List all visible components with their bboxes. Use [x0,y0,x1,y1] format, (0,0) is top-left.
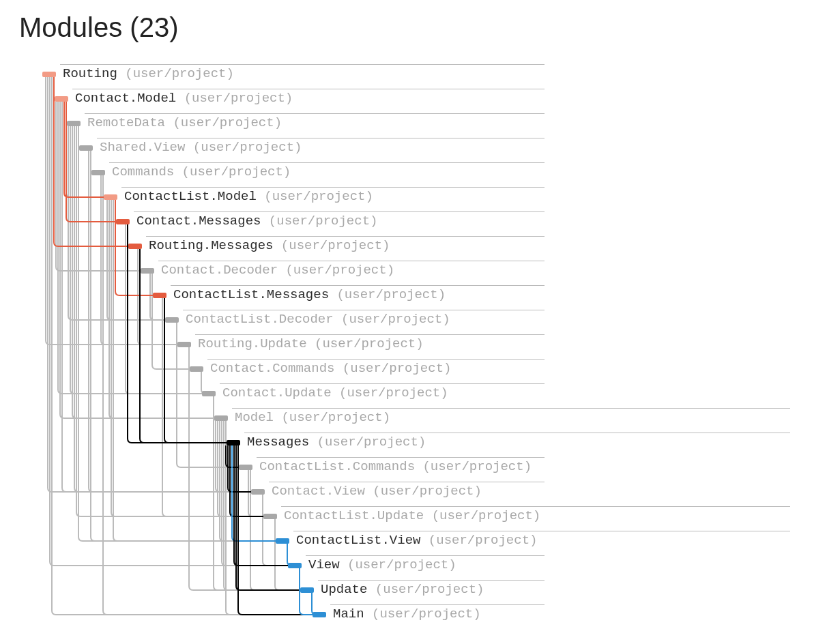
module-label[interactable]: Routing (user/project) [63,66,234,81]
module-label[interactable]: ContactList.View (user/project) [296,533,537,548]
module-row[interactable]: Contact.Commands (user/project) [19,357,808,381]
module-bar [42,72,56,77]
module-bar [104,194,117,200]
module-row[interactable]: Contact.Messages (user/project) [19,209,808,234]
module-package: (user/project) [365,484,482,499]
module-label[interactable]: Commands (user/project) [112,164,291,179]
module-row[interactable]: Contact.Update (user/project) [19,381,808,406]
module-bar [91,170,105,175]
module-label[interactable]: ContactList.Model (user/project) [124,189,373,204]
module-name: Routing.Update [198,336,307,351]
module-package: (user/project) [117,66,234,81]
module-row[interactable]: Routing.Messages (user/project) [19,234,808,259]
module-row[interactable]: ContactList.Decoder (user/project) [19,308,808,332]
module-name: ContactList.Messages [173,287,329,302]
module-label[interactable]: Model (user/project) [235,410,390,425]
module-row[interactable]: ContactList.Commands (user/project) [19,455,808,480]
module-package: (user/project) [420,533,537,548]
module-label[interactable]: Main (user/project) [333,606,481,621]
module-label[interactable]: Contact.Model (user/project) [75,91,293,106]
module-name: Routing.Messages [149,238,273,253]
row-guideline [232,408,790,409]
module-bar [202,391,216,396]
module-label[interactable]: Contact.Messages (user/project) [136,214,377,229]
module-row[interactable]: Routing.Update (user/project) [19,332,808,357]
module-row[interactable]: Model (user/project) [19,406,808,430]
row-guideline [72,89,545,89]
module-name: ContactList.Update [284,508,424,523]
module-name: Contact.Commands [210,361,334,376]
module-row[interactable]: View (user/project) [19,553,808,578]
row-guideline [220,383,545,384]
module-row[interactable]: Contact.Model (user/project) [19,87,808,111]
module-label[interactable]: Routing.Messages (user/project) [149,238,390,253]
module-label[interactable]: Routing.Update (user/project) [198,336,424,351]
module-row[interactable]: ContactList.Update (user/project) [19,504,808,529]
module-name: View [308,557,340,572]
row-guideline [318,580,545,581]
module-bar [67,121,81,126]
module-name: RemoteData [87,115,165,130]
module-package: (user/project) [309,435,426,450]
module-bar [128,244,142,249]
module-label[interactable]: Messages (user/project) [247,435,426,450]
module-package: (user/project) [185,140,302,155]
row-guideline [85,113,545,114]
module-label[interactable]: Contact.Commands (user/project) [210,361,451,376]
module-row[interactable]: Main (user/project) [19,602,808,627]
module-row[interactable]: RemoteData (user/project) [19,111,808,136]
row-guideline [158,261,545,261]
module-bar [79,145,93,151]
module-label[interactable]: ContactList.Commands (user/project) [259,459,532,474]
module-package: (user/project) [415,459,532,474]
module-bar [227,440,240,445]
row-guideline [109,162,545,163]
page-title: Modules (23) [19,12,808,43]
module-row[interactable]: Contact.Decoder (user/project) [19,259,808,283]
module-row[interactable]: Update (user/project) [19,578,808,602]
row-guideline [257,457,545,458]
module-row[interactable]: ContactList.View (user/project) [19,529,808,553]
module-package: (user/project) [176,91,293,106]
module-label[interactable]: Update (user/project) [321,582,484,597]
row-guideline [183,310,545,310]
module-row[interactable]: ContactList.Model (user/project) [19,185,808,209]
module-label[interactable]: Contact.View (user/project) [272,484,482,499]
module-row[interactable]: ContactList.Messages (user/project) [19,283,808,308]
module-package: (user/project) [278,263,394,278]
row-guideline [121,187,545,188]
module-label[interactable]: Contact.Decoder (user/project) [161,263,394,278]
module-name: Shared.View [100,140,185,155]
module-package: (user/project) [274,410,390,425]
module-name: Commands [112,164,174,179]
module-name: Contact.Messages [136,214,261,229]
module-label[interactable]: RemoteData (user/project) [87,115,282,130]
module-row[interactable]: Shared.View (user/project) [19,136,808,160]
module-label[interactable]: Contact.Update (user/project) [222,385,448,400]
module-label[interactable]: View (user/project) [308,557,456,572]
module-label[interactable]: ContactList.Decoder (user/project) [186,312,450,327]
module-package: (user/project) [257,189,373,204]
module-bar [313,612,326,617]
module-label[interactable]: Shared.View (user/project) [100,140,302,155]
module-row[interactable]: Messages (user/project) [19,430,808,455]
row-guideline [97,138,545,138]
module-bar [276,538,289,544]
module-label[interactable]: ContactList.Update (user/project) [284,508,540,523]
module-label[interactable]: ContactList.Messages (user/project) [173,287,446,302]
module-name: Update [321,582,367,597]
module-name: ContactList.Model [124,189,257,204]
module-row[interactable]: Contact.View (user/project) [19,480,808,504]
module-row[interactable]: Commands (user/project) [19,160,808,185]
row-guideline [244,433,790,433]
module-bar [251,489,265,495]
module-name: Main [333,606,364,621]
module-dependency-graph: Routing (user/project)Contact.Model (use… [19,62,808,641]
module-name: Contact.Model [75,91,176,106]
module-row[interactable]: Routing (user/project) [19,62,808,87]
module-package: (user/project) [334,312,450,327]
module-package: (user/project) [165,115,282,130]
module-name: Contact.View [272,484,365,499]
row-guideline [171,285,545,286]
module-bar [165,317,179,323]
